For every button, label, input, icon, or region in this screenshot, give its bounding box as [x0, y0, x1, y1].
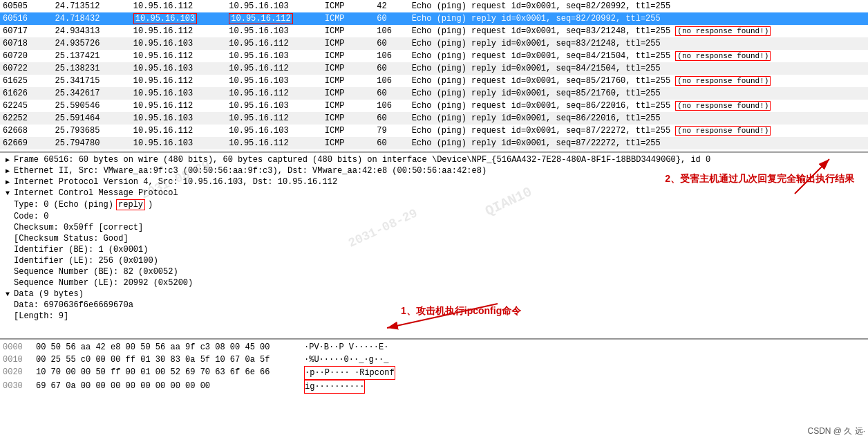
packet-src: 10.95.16.112 [131, 75, 226, 87]
type-highlight: reply [116, 199, 145, 210]
hex-bytes: 69 67 0a 00 00 00 00 00 00 00 00 00 [36, 380, 299, 394]
packet-protocol: ICMP [322, 0, 375, 12]
packet-dst: 10.95.16.112 [226, 137, 321, 149]
packet-time: 25.138231 [53, 62, 131, 75]
hex-offset: 0010 [3, 354, 30, 366]
packet-dst: 10.95.16.103 [226, 0, 321, 12]
packet-protocol: ICMP [322, 112, 375, 125]
table-row[interactable]: 6266925.79478010.95.16.10310.95.16.112IC… [0, 137, 868, 149]
packet-no: 62245 [0, 100, 53, 112]
packet-info: Echo (ping) request id=0x0001, seq=85/21… [409, 75, 868, 87]
frame-detail-row[interactable]: ▶ Frame 60516: 60 bytes on wire (480 bit… [0, 154, 868, 165]
table-row[interactable]: 6071724.93431310.95.16.11210.95.16.103IC… [0, 25, 868, 37]
packet-dst: 10.95.16.112 [226, 62, 321, 75]
data-label-text: Data (9 bytes) [14, 289, 84, 299]
packet-src: 10.95.16.103 [131, 112, 226, 125]
packet-protocol: ICMP [322, 125, 375, 137]
hex-row: 001000 25 55 c0 00 00 ff 01 30 83 0a 5f … [3, 354, 865, 366]
icmp-detail-row[interactable]: ▼ Internet Control Message Protocol [0, 187, 868, 199]
packet-info: Echo (ping) reply id=0x0001, seq=83/2124… [409, 37, 868, 50]
packet-time: 25.590546 [53, 100, 131, 112]
packet-info: Echo (ping) request id=0x0001, seq=87/22… [409, 125, 868, 137]
expand-icon-data[interactable]: ▼ [6, 291, 10, 298]
packet-no: 60717 [0, 25, 53, 37]
packet-no: 62252 [0, 112, 53, 125]
packet-length: 60 [374, 12, 408, 25]
no-response-badge: (no response found!) [675, 51, 771, 61]
table-row[interactable]: 6224525.59054610.95.16.11210.95.16.103IC… [0, 100, 868, 112]
packet-src: 10.95.16.103 [131, 87, 226, 100]
packet-dst: 10.95.16.112 [226, 37, 321, 50]
packet-time: 24.718432 [53, 12, 131, 25]
packet-protocol: ICMP [322, 137, 375, 149]
packet-no: 60720 [0, 50, 53, 62]
packet-src: 10.95.16.112 [131, 25, 226, 37]
packet-no: 60722 [0, 62, 53, 75]
packet-protocol: ICMP [322, 50, 375, 62]
packet-no: 62669 [0, 137, 53, 149]
hex-row: 000000 50 56 aa 42 e8 00 50 56 aa 9f c3 … [3, 341, 865, 354]
table-row[interactable]: 6162625.34261710.95.16.10310.95.16.112IC… [0, 87, 868, 100]
no-response-badge: (no response found!) [675, 76, 771, 86]
table-row[interactable]: 6162525.34171510.95.16.11210.95.16.103IC… [0, 75, 868, 87]
data-value-text: Data: 6970636f6e6669670a [14, 300, 133, 310]
packet-details-pane: 2031-08-29 2031-08-29 QIAN10 ▶ Frame 605… [0, 152, 868, 339]
table-row[interactable]: 6266825.79368510.95.16.11210.95.16.103IC… [0, 125, 868, 137]
data-length-text: [Length: 9] [14, 311, 68, 321]
table-row[interactable]: 6051624.71843210.95.16.10310.95.16.112IC… [0, 12, 868, 25]
table-row[interactable]: 6225225.59146410.95.16.10310.95.16.112IC… [0, 112, 868, 125]
seq-le-text: Sequence Number (LE): 20992 (0x5200) [14, 278, 193, 288]
packet-no: 61625 [0, 75, 53, 87]
hex-bytes: 10 70 00 00 50 ff 00 01 00 52 69 70 63 6… [36, 366, 299, 380]
main-container: 6050524.71351210.95.16.11210.95.16.103IC… [0, 0, 868, 440]
packet-dst: 10.95.16.112 [226, 12, 321, 25]
packet-src: 10.95.16.103 [131, 12, 226, 25]
type-text-after: ) [148, 200, 153, 210]
packet-protocol: ICMP [322, 87, 375, 100]
packet-time: 25.794780 [53, 137, 131, 149]
packet-protocol: ICMP [322, 100, 375, 112]
packet-dst: 10.95.16.103 [226, 100, 321, 112]
packet-length: 42 [374, 0, 408, 12]
packet-dst: 10.95.16.112 [226, 112, 321, 125]
packet-length: 60 [374, 137, 408, 149]
hex-row: 002010 70 00 00 50 ff 00 01 00 52 69 70 … [3, 366, 865, 380]
packet-no: 61626 [0, 87, 53, 100]
expand-icon-ipv4[interactable]: ▶ [6, 178, 10, 186]
packet-time: 24.713512 [53, 0, 131, 12]
packet-protocol: ICMP [322, 75, 375, 87]
icmp-detail-text: Internet Control Message Protocol [14, 188, 178, 198]
packet-info: Echo (ping) reply id=0x0001, seq=87/2227… [409, 137, 868, 149]
packet-length: 106 [374, 25, 408, 37]
expand-icon-icmp[interactable]: ▼ [6, 190, 10, 197]
packet-info: Echo (ping) reply id=0x0001, seq=82/2099… [409, 12, 868, 25]
packet-info: Echo (ping) reply id=0x0001, seq=86/2201… [409, 112, 868, 125]
no-response-badge: (no response found!) [675, 26, 771, 36]
csdn-badge: CSDN @ 久 远· [807, 425, 865, 437]
table-row[interactable]: 6072225.13823110.95.16.10310.95.16.112IC… [0, 62, 868, 75]
table-row[interactable]: 6050524.71351210.95.16.11210.95.16.103IC… [0, 0, 868, 12]
packet-dst: 10.95.16.103 [226, 75, 321, 87]
expand-icon-ethernet[interactable]: ▶ [6, 167, 10, 175]
identifier-be-row: Identifier (BE): 1 (0x0001) [0, 244, 868, 255]
packet-dst: 10.95.16.103 [226, 125, 321, 137]
checksum-text: Checksum: 0x50ff [correct] [14, 223, 143, 232]
packet-info: Echo (ping) reply id=0x0001, seq=85/2176… [409, 87, 868, 100]
packet-protocol: ICMP [322, 25, 375, 37]
expand-icon-frame[interactable]: ▶ [6, 156, 10, 164]
hex-ascii: ig·········· [304, 380, 365, 394]
packet-protocol: ICMP [322, 12, 375, 25]
packet-protocol: ICMP [322, 62, 375, 75]
packet-table: 6050524.71351210.95.16.11210.95.16.103IC… [0, 0, 868, 149]
packet-no: 60505 [0, 0, 53, 12]
packet-no: 60718 [0, 37, 53, 50]
table-row[interactable]: 6071824.93572610.95.16.10310.95.16.112IC… [0, 37, 868, 50]
packet-length: 106 [374, 100, 408, 112]
hex-pane: 000000 50 56 aa 42 e8 00 50 56 aa 9f c3 … [0, 339, 868, 439]
packet-length: 60 [374, 87, 408, 100]
data-label-row[interactable]: ▼ Data (9 bytes) [0, 288, 868, 300]
packet-list-pane: 6050524.71351210.95.16.11210.95.16.103IC… [0, 0, 868, 152]
hex-row: 003069 67 0a 00 00 00 00 00 00 00 00 00i… [3, 380, 865, 394]
table-row[interactable]: 6072025.13742110.95.16.11210.95.16.103IC… [0, 50, 868, 62]
packet-no: 60516 [0, 12, 53, 25]
